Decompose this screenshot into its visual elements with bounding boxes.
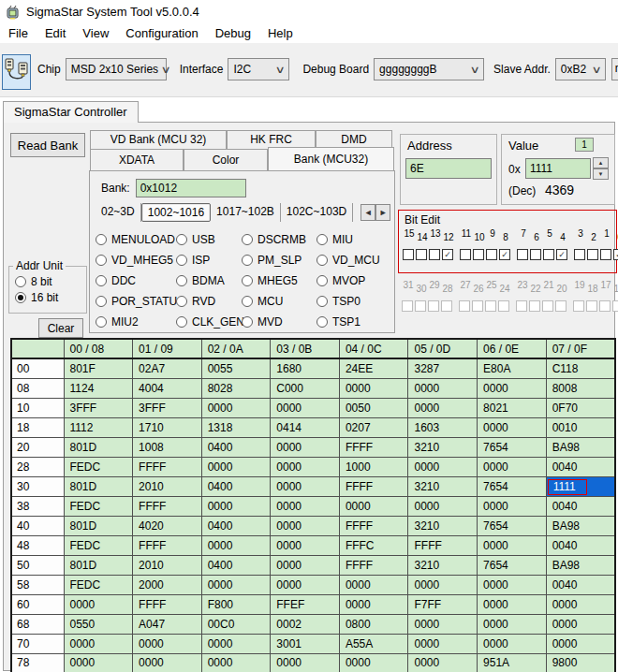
range-scroll-right-icon[interactable]: ► [375,204,390,221]
register-cell[interactable]: 2010 [133,476,202,496]
selected-cell-editor[interactable]: 1111 [548,479,587,495]
range-tab-1002-1016[interactable]: 1002~1016 [141,203,211,222]
bit-checkbox-2[interactable] [587,249,598,260]
range-scroll-left-icon[interactable]: ◄ [360,204,375,221]
bit-checkbox-8[interactable]: ✓ [499,249,510,260]
tab-xdata[interactable]: XDATA [90,149,184,170]
clipped-control[interactable]: m [611,58,618,80]
radio-ddc[interactable]: DDC [96,274,176,287]
register-cell[interactable]: 3210 [408,555,478,575]
address-input[interactable] [405,158,492,179]
register-cell[interactable]: 3FFF [64,398,133,417]
register-cell[interactable]: 0000 [133,634,202,653]
register-cell[interactable]: 0000 [271,555,340,575]
register-cell[interactable]: 0040 [546,457,615,476]
register-cell[interactable]: 1318 [201,417,271,437]
register-cell[interactable]: BA98 [546,437,615,457]
bit-checkbox-6[interactable] [530,249,541,260]
register-cell[interactable]: 7654 [478,516,547,535]
bit-checkbox-4[interactable]: ✓ [556,249,567,260]
bit-checkbox-13[interactable] [429,249,440,260]
register-cell[interactable]: 0040 [546,496,615,516]
register-cell[interactable]: 0000 [408,378,478,398]
register-cell[interactable]: FEDC [64,575,133,594]
bit-checkbox-9[interactable] [486,249,497,260]
register-cell[interactable]: 3210 [408,437,478,457]
register-cell[interactable]: F7FF [408,594,478,614]
register-cell[interactable]: 0040 [546,535,615,555]
register-cell[interactable]: 0000 [478,634,547,653]
register-cell[interactable]: 0000 [478,594,547,614]
register-cell[interactable]: 24EE [339,358,408,378]
bit-checkbox-15[interactable] [403,249,414,260]
register-cell[interactable]: 801D [64,516,133,535]
radio-menuload[interactable]: MENULOAD [96,233,176,246]
register-cell[interactable]: 0000 [408,634,478,653]
register-cell[interactable]: 4020 [133,516,202,535]
register-cell[interactable]: 0400 [201,476,271,496]
register-cell[interactable]: 2000 [133,575,202,594]
register-cell[interactable]: 0550 [64,614,133,634]
register-cell[interactable]: 0000 [201,535,271,555]
register-cell[interactable]: FEDC [64,535,133,555]
range-tab-1017-102b[interactable]: 1017~102B [211,203,281,222]
register-cell[interactable]: 0000 [201,457,271,476]
register-cell[interactable]: 9800 [546,653,615,672]
value-hex-input[interactable] [525,158,591,179]
register-cell[interactable]: 8021 [478,398,547,417]
spin-down-button[interactable]: ▼ [593,168,609,180]
register-cell[interactable]: 0000 [546,594,615,614]
register-cell[interactable]: 0000 [271,653,340,672]
menu-item-edit[interactable]: Edit [37,24,74,42]
register-cell[interactable]: 0055 [201,358,271,378]
register-cell[interactable]: 0000 [408,457,478,476]
radio-8bit[interactable]: 8 bit [15,275,86,288]
register-cell[interactable]: FFFF [339,437,408,457]
register-cell[interactable]: 951A [478,653,547,672]
register-cell[interactable]: 0400 [201,437,271,457]
bit-checkbox-0[interactable]: ✓ [613,249,618,260]
menu-item-debug[interactable]: Debug [207,24,259,42]
menu-item-file[interactable]: File [0,24,37,42]
radio-16bit[interactable]: 16 bit [15,291,86,304]
register-cell[interactable]: 0000 [478,378,547,398]
register-cell[interactable]: BA98 [546,555,615,575]
register-cell[interactable]: 801D [64,437,133,457]
register-cell[interactable]: 0000 [408,496,478,516]
register-cell[interactable]: 0050 [339,398,408,417]
register-cell[interactable]: 02A7 [133,358,202,378]
register-cell[interactable]: 7654 [478,437,547,457]
slave-addr-dropdown[interactable]: 0xB2 ∨ [555,58,606,80]
register-cell[interactable]: FFFF [133,496,202,516]
register-cell[interactable]: 0000 [271,457,340,476]
register-cell[interactable]: 0000 [339,378,408,398]
tab-hk-frc[interactable]: HK FRC [227,130,316,149]
register-cell[interactable]: 0000 [408,575,478,594]
register-cell[interactable]: FFFF [339,476,408,496]
radio-isp[interactable]: ISP [176,254,242,267]
register-cell[interactable]: 0414 [271,417,340,437]
register-cell[interactable]: 0000 [271,437,340,457]
register-cell[interactable]: BA98 [546,516,615,535]
bit-checkbox-14[interactable] [416,249,427,260]
bit-checkbox-5[interactable] [543,249,554,260]
register-cell[interactable]: 0400 [201,516,271,535]
register-cell[interactable]: 0040 [546,575,615,594]
bit-checkbox-11[interactable] [460,249,471,260]
register-cell[interactable]: 0010 [546,417,615,437]
register-cell[interactable]: 0000 [271,535,340,555]
register-cell[interactable]: FFFF [408,535,478,555]
register-cell[interactable]: 0000 [339,496,408,516]
register-cell[interactable]: E80A [478,358,547,378]
register-cell[interactable]: 0000 [478,535,547,555]
clear-button[interactable]: Clear [38,318,83,338]
register-cell[interactable]: 0000 [201,634,271,653]
register-cell[interactable]: 4004 [133,378,202,398]
register-cell[interactable]: 0000 [271,398,340,417]
register-cell[interactable]: 1680 [271,358,340,378]
menu-item-help[interactable]: Help [259,24,302,42]
register-cell[interactable]: 0000 [64,634,133,653]
read-bank-button[interactable]: Read Bank [10,133,85,157]
radio-mvd[interactable]: MVD [242,315,316,329]
radio-mvop[interactable]: MVOP [316,274,393,287]
